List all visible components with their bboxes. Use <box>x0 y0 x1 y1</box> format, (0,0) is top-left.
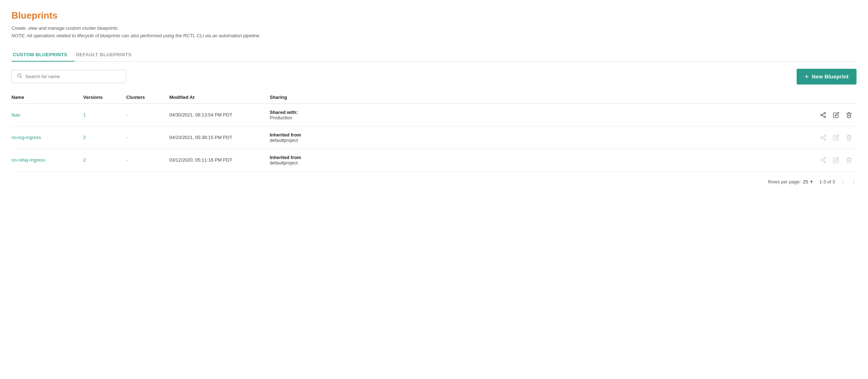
rows-per-page-container: Rows per page: 25 ▼ <box>768 179 813 184</box>
table-header: Name Versions Clusters Modified At Shari… <box>11 91 857 104</box>
chevron-down-icon: ▼ <box>810 179 813 184</box>
blueprint-versions[interactable]: 1 <box>83 112 86 117</box>
blueprint-modified-at: 04/23/2021, 05:38:15 PM PDT <box>169 135 232 140</box>
blueprint-modified-at: 04/30/2021, 06:13:54 PM PDT <box>169 112 232 117</box>
search-box <box>11 70 126 83</box>
blueprint-clusters: - <box>126 112 128 117</box>
edit-icon <box>833 157 839 163</box>
toolbar: + New Blueprint <box>11 69 857 85</box>
tab-default-blueprints[interactable]: DEFAULT BLUEPRINTS <box>75 48 139 62</box>
blueprint-sharing-value: Production <box>270 115 292 120</box>
svg-line-6 <box>822 113 824 114</box>
blueprint-sharing-value: defaultproject <box>270 160 298 165</box>
page-description: Create, view and manage custom cluster b… <box>11 25 857 40</box>
edit-icon[interactable] <box>833 112 839 118</box>
action-icons-container <box>813 134 852 141</box>
blueprint-clusters: - <box>126 157 128 163</box>
col-header-actions <box>813 91 857 104</box>
col-header-versions: Versions <box>83 91 126 104</box>
search-input[interactable] <box>25 74 121 79</box>
page-title: Blueprints <box>11 10 857 21</box>
svg-line-15 <box>822 160 824 162</box>
blueprint-sharing-label: Shared with: <box>270 110 298 115</box>
rows-per-page-label: Rows per page: <box>768 179 801 184</box>
rows-per-page-value: 25 <box>803 179 808 184</box>
svg-line-1 <box>20 77 22 78</box>
search-icon <box>17 73 23 80</box>
share-icon[interactable] <box>820 112 826 118</box>
svg-line-11 <box>822 136 824 137</box>
col-header-clusters: Clusters <box>126 91 169 104</box>
delete-icon[interactable] <box>846 112 852 118</box>
table-body: faas 1 - 04/30/2021, 06:13:54 PM PDT Sha… <box>11 104 857 171</box>
svg-line-16 <box>822 158 824 159</box>
new-blueprint-button[interactable]: + New Blueprint <box>797 69 857 85</box>
rows-per-page-select[interactable]: 25 ▼ <box>803 179 813 184</box>
edit-icon <box>833 134 839 141</box>
page-container: Blueprints Create, view and manage custo… <box>0 0 868 379</box>
blueprint-sharing-value: defaultproject <box>270 138 298 143</box>
blueprint-clusters: - <box>126 135 128 140</box>
pagination-next-button[interactable]: › <box>852 177 857 186</box>
pagination-prev-button[interactable]: ‹ <box>841 177 846 186</box>
new-blueprint-label: New Blueprint <box>812 73 849 80</box>
action-icons-container <box>813 112 852 118</box>
tab-custom-blueprints[interactable]: CUSTOM BLUEPRINTS <box>11 48 75 62</box>
blueprint-modified-at: 03/12/2020, 05:11:16 PM PDT <box>169 157 232 163</box>
action-icons-container <box>813 157 852 163</box>
table-row: no-rafay-ingress 2 - 03/12/2020, 05:11:1… <box>11 149 857 171</box>
table-row: faas 1 - 04/30/2021, 06:13:54 PM PDT Sha… <box>11 104 857 126</box>
blueprint-name-link[interactable]: no-rafay-ingress <box>11 157 45 163</box>
share-icon <box>820 157 826 163</box>
delete-icon <box>846 134 852 141</box>
svg-line-10 <box>822 138 824 139</box>
new-blueprint-plus-icon: + <box>805 73 809 80</box>
table-row: no-log-ingress 2 - 04/23/2021, 05:38:15 … <box>11 126 857 149</box>
share-icon <box>820 134 826 141</box>
blueprint-versions[interactable]: 2 <box>83 135 86 140</box>
blueprint-versions[interactable]: 2 <box>83 157 86 163</box>
blueprints-table: Name Versions Clusters Modified At Shari… <box>11 91 857 172</box>
tabs-container: CUSTOM BLUEPRINTS DEFAULT BLUEPRINTS <box>11 48 857 62</box>
blueprint-name-link[interactable]: faas <box>11 112 20 117</box>
pagination-info: 1-3 of 3 <box>819 179 835 184</box>
blueprint-name-link[interactable]: no-log-ingress <box>11 135 41 140</box>
svg-line-5 <box>822 115 824 116</box>
col-header-modified: Modified At <box>169 91 270 104</box>
table-footer: Rows per page: 25 ▼ 1-3 of 3 ‹ › <box>11 172 857 188</box>
col-header-sharing: Sharing <box>270 91 813 104</box>
blueprint-sharing-label: Inherited from <box>270 132 301 138</box>
col-header-name: Name <box>11 91 83 104</box>
delete-icon <box>846 157 852 163</box>
blueprint-sharing-label: Inherited from <box>270 155 301 160</box>
